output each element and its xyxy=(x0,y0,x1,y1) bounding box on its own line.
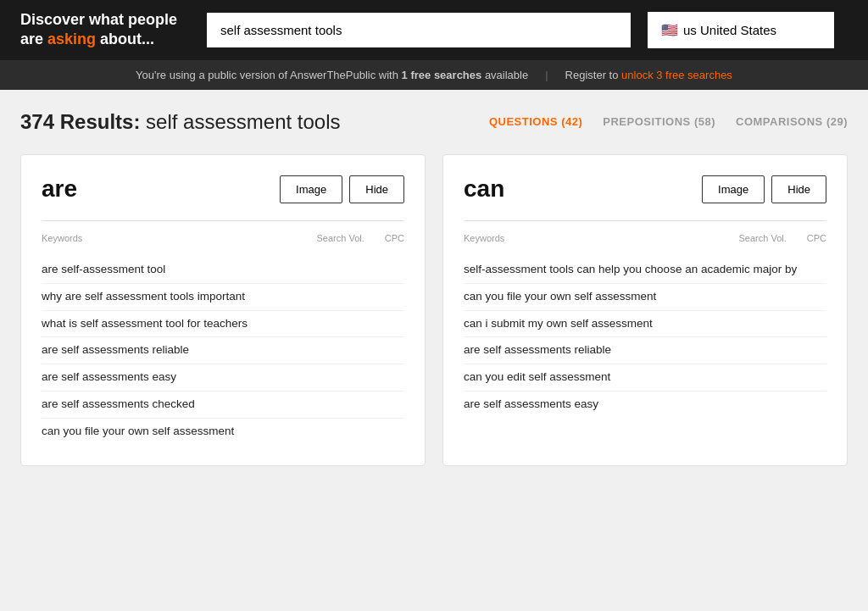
can-col-keywords: Keywords xyxy=(464,233,504,243)
are-col-headers: Keywords Search Vol. CPC xyxy=(42,233,404,247)
notice-register: Register to unlock 3 free searches xyxy=(565,69,732,81)
header-asking-word: asking xyxy=(47,31,96,47)
search-input[interactable] xyxy=(207,13,631,47)
are-col-keywords: Keywords xyxy=(42,233,82,243)
list-item: can i submit my own self assessment xyxy=(464,311,826,338)
header-title-line3: about... xyxy=(96,31,154,47)
list-item: can you file your own self assessment xyxy=(464,284,826,311)
flag-icon: 🇺🇸 xyxy=(661,22,678,38)
list-item: are self assessments reliable xyxy=(42,337,404,364)
main-content: 374 Results: self assessment tools QUEST… xyxy=(0,90,868,500)
can-hide-button[interactable]: Hide xyxy=(771,175,826,203)
are-col-search-vol: Search Vol. xyxy=(317,233,364,243)
filter-prepositions[interactable]: PREPOSITIONS (58) xyxy=(603,115,715,128)
list-item: are self assessments easy xyxy=(464,392,826,418)
search-input-wrapper xyxy=(207,13,631,47)
list-item: what is self assessment tool for teacher… xyxy=(42,311,404,338)
notice-message: You're using a public version of AnswerT… xyxy=(136,69,528,81)
can-col-headers: Keywords Search Vol. CPC xyxy=(464,233,826,247)
header-title-line1: Discover what people xyxy=(20,11,177,28)
header-title: Discover what people are asking about... xyxy=(20,10,190,50)
are-divider xyxy=(42,220,404,221)
list-item: are self assessments easy xyxy=(42,364,404,392)
results-title: 374 Results: self assessment tools xyxy=(20,110,341,134)
notice-bar: You're using a public version of AnswerT… xyxy=(0,60,868,90)
are-col-cpc: CPC xyxy=(385,233,404,243)
can-card-header: can Image Hide xyxy=(464,175,826,203)
unlock-link[interactable]: unlock 3 free searches xyxy=(621,69,732,81)
results-count: 374 xyxy=(20,110,54,133)
results-header: 374 Results: self assessment tools QUEST… xyxy=(20,110,848,134)
are-hide-button[interactable]: Hide xyxy=(349,175,404,203)
list-item: can you edit self assessment xyxy=(464,364,826,392)
header: Discover what people are asking about...… xyxy=(0,0,868,60)
are-card-buttons: Image Hide xyxy=(280,175,404,203)
can-card-buttons: Image Hide xyxy=(702,175,826,203)
notice-divider: | xyxy=(545,69,548,81)
are-card-title: are xyxy=(42,175,77,203)
list-item: why are self assessment tools important xyxy=(42,284,404,311)
list-item: are self assessments reliable xyxy=(464,337,826,364)
can-card: can Image Hide Keywords Search Vol. CPC … xyxy=(442,154,848,466)
filter-questions[interactable]: QUESTIONS (42) xyxy=(489,115,582,128)
header-title-line2: are xyxy=(20,31,47,47)
filter-comparisons[interactable]: COMPARISONS (29) xyxy=(736,115,848,128)
are-card: are Image Hide Keywords Search Vol. CPC … xyxy=(20,154,426,466)
list-item: are self assessments checked xyxy=(42,392,404,419)
are-image-button[interactable]: Image xyxy=(280,175,342,203)
list-item: can you file your own self assessment xyxy=(42,419,404,445)
results-label: Results: xyxy=(60,110,141,133)
can-col-search-vol: Search Vol. xyxy=(739,233,787,243)
cards-grid: are Image Hide Keywords Search Vol. CPC … xyxy=(20,154,848,466)
location-text: us United States xyxy=(683,23,776,37)
results-filters: QUESTIONS (42) PREPOSITIONS (58) COMPARI… xyxy=(489,115,848,128)
are-card-header: are Image Hide xyxy=(42,175,404,203)
results-query: self assessment tools xyxy=(146,110,340,133)
list-item: are self-assessment tool xyxy=(42,257,404,284)
list-item: self-assessment tools can help you choos… xyxy=(464,257,826,284)
can-image-button[interactable]: Image xyxy=(702,175,765,203)
location-selector[interactable]: 🇺🇸 us United States xyxy=(648,12,834,48)
can-col-cpc: CPC xyxy=(807,233,826,243)
can-divider xyxy=(464,220,826,221)
can-card-title: can xyxy=(464,175,504,203)
